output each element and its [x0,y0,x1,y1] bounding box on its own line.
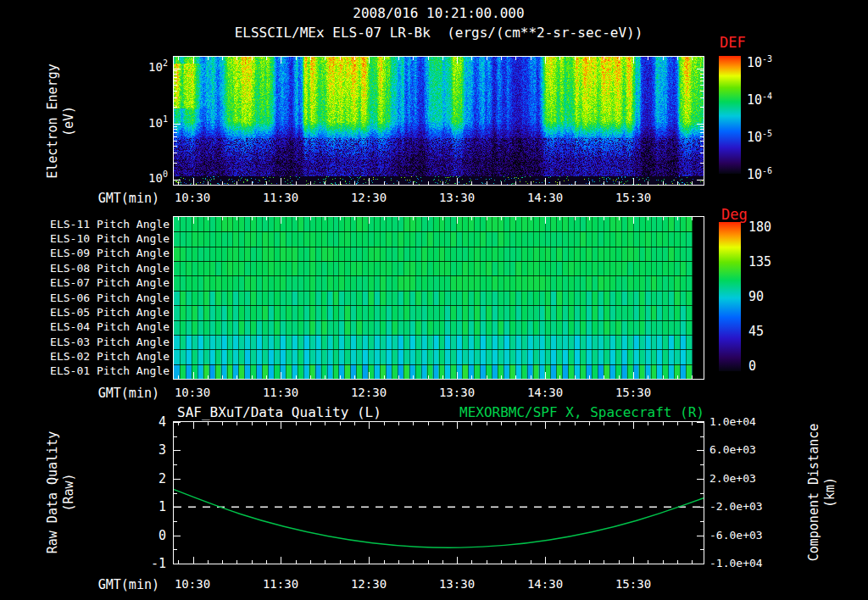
tick-exp: -3 [762,54,772,64]
spectrogram-y-axis-label: Electron Energy (eV) [45,49,77,193]
x-tick: 11:30 [253,191,308,204]
tick-base: 10 [747,92,762,108]
timeseries-canvas [174,422,704,564]
tick-exp: 1 [163,114,168,124]
pitch-row-label: ELS-06 Pitch Angle [49,292,170,304]
cb-tick-1e-6: 10-6 [747,167,772,182]
page-title-timestamp: 2008/016 10:21:00.000 [173,5,704,21]
pitch-row-label: ELS-01 Pitch Angle [49,364,170,377]
right-y-tick: 6.0e+03 [709,443,756,456]
x-tick: 13:30 [430,577,484,591]
pitch-angle-canvas [174,217,704,379]
tick-exp: -5 [762,129,772,138]
x-tick: 13:30 [430,386,484,399]
tick-base: 10 [747,167,762,182]
x-tick: 12:30 [342,386,396,399]
x-tick: 11:30 [253,577,308,591]
pitch-row-label: ELS-08 Pitch Angle [49,262,170,275]
right-axis-label-line1: Component Distance [806,408,822,577]
deg-tick: 0 [748,358,756,374]
left-y-tick: 1 [141,499,166,514]
pitch-angle-panel [173,216,704,380]
def-colorbar [719,56,741,174]
x-tick: 15:30 [606,191,660,204]
deg-tick: 180 [748,219,771,235]
pitch-row-label: ELS-05 Pitch Angle [49,306,170,319]
tick-exp: 2 [163,58,168,68]
cb-tick-1e-5: 10-5 [747,130,772,145]
electron-energy-spectrogram-canvas [174,57,704,185]
left-y-tick: 0 [141,528,166,543]
deg-colorbar [719,222,741,371]
spectrogram-panel [173,56,704,186]
y-tick-1e0: 100 [127,171,168,185]
els-data-display: 2008/016 10:21:00.000 ELSSCIL/MEx ELS-07… [0,0,868,600]
right-y-tick: 1.0e+04 [709,415,756,428]
pitch-row-label: ELS-09 Pitch Angle [49,247,170,259]
x-tick: 15:30 [606,386,660,399]
pitch-row-label: ELS-02 Pitch Angle [49,350,170,363]
time-axis-label: GMT(min) [68,386,159,401]
page-title-instrument: ELSSCIL/MEx ELS-07 LR-Bk (ergs/(cm**2-sr… [85,25,793,41]
pitch-row-label: ELS-10 Pitch Angle [49,232,170,245]
pitch-row-label: ELS-04 Pitch Angle [49,320,170,333]
x-tick: 10:30 [165,577,220,591]
right-y-tick: -2.0e+03 [709,500,763,513]
x-tick: 14:30 [518,577,572,591]
time-axis-label: GMT(min) [68,191,159,206]
y-axis-label-line2: (eV) [61,49,77,193]
x-tick: 12:30 [342,577,396,591]
timeseries-panel [173,421,704,564]
tick-base: 10 [148,116,163,130]
deg-colorbar-title: Deg [721,206,748,223]
tick-exp: 0 [163,169,168,179]
x-tick: 12:30 [342,191,396,204]
timeseries-title-right: MEXORBMC/SPF X, Spacecraft (R) [424,404,704,420]
cb-tick-1e-3: 10-3 [747,55,772,70]
tick-base: 10 [148,60,163,74]
right-y-tick: -1.0e+04 [709,557,763,569]
x-tick: 11:30 [253,386,308,399]
cb-tick-1e-4: 10-4 [747,92,772,108]
x-tick: 13:30 [430,191,484,204]
left-axis-label-line2: (Raw) [61,408,77,577]
pitch-row-label: ELS-03 Pitch Angle [49,336,170,348]
right-y-tick: 2.0e+03 [709,472,756,485]
right-axis-label-line2: (km) [822,408,838,577]
tick-base: 10 [747,55,762,70]
right-y-tick: -6.0e+03 [709,529,763,542]
timeseries-left-axis-label: Raw Data Quality (Raw) [45,408,77,577]
time-axis-label: GMT(min) [68,577,159,592]
left-y-tick: -1 [141,556,166,571]
y-tick-1e1: 101 [127,116,168,130]
left-y-tick: 4 [141,414,166,430]
deg-tick: 45 [748,324,764,339]
tick-base: 10 [148,171,163,185]
tick-exp: -4 [762,92,772,101]
x-tick: 14:30 [518,386,572,399]
y-tick-1e2: 102 [127,60,168,74]
pitch-row-label: ELS-07 Pitch Angle [49,276,170,289]
deg-tick: 135 [748,254,771,269]
left-axis-label-line1: Raw Data Quality [45,408,61,577]
def-colorbar-title: DEF [720,34,746,51]
y-axis-label-line1: Electron Energy [45,49,61,193]
x-tick: 14:30 [518,191,572,204]
tick-base: 10 [747,130,762,145]
pitch-row-label: ELS-11 Pitch Angle [49,218,170,231]
x-tick: 15:30 [606,577,660,591]
deg-tick: 90 [748,289,764,304]
timeseries-title-left: SAF_BXuT/Data Quality (L) [177,404,381,420]
left-y-tick: 2 [141,471,166,486]
timeseries-right-axis-label: Component Distance (km) [806,408,838,577]
tick-exp: -6 [762,166,772,175]
x-tick: 10:30 [165,386,220,399]
left-y-tick: 3 [141,442,166,458]
x-tick: 10:30 [165,191,220,204]
